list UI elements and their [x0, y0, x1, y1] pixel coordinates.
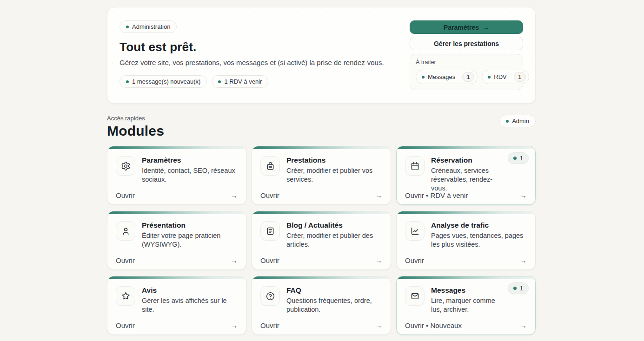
arrow-right-icon: → — [520, 256, 527, 264]
module-card-avis[interactable]: Avis Gérer les avis affichés sur le site… — [107, 276, 246, 335]
arrow-right-icon: → — [520, 191, 527, 199]
administration-badge: Administration — [120, 20, 177, 33]
status-dot-icon — [126, 26, 129, 28]
module-open-label[interactable]: Ouvrir — [116, 256, 135, 264]
upcoming-rdv-pill-label: 1 RDV à venir — [224, 78, 262, 85]
status-dot-icon — [513, 287, 517, 290]
module-title: Avis — [142, 286, 238, 295]
status-dot-icon — [218, 80, 221, 83]
arrow-right-icon: → — [483, 24, 489, 31]
gear-icon — [121, 161, 131, 171]
module-card-faq[interactable]: FAQ Questions fréquentes, ordre, publica… — [252, 276, 391, 335]
arrow-right-icon: → — [231, 256, 238, 264]
module-card-r-servation[interactable]: Réservation Créneaux, services réservabl… — [396, 146, 536, 205]
module-description: Pages vues, tendances, pages les plus vi… — [431, 231, 527, 249]
module-open-label[interactable]: Ouvrir — [260, 256, 279, 264]
module-open-label[interactable]: Ouvrir • Nouveaux — [405, 321, 462, 329]
a-traiter-label: À traiter — [416, 59, 517, 66]
page-subtitle: Gérez votre site, vos prestations, vos m… — [120, 59, 384, 66]
messages-count-value: 1 — [462, 72, 474, 82]
chart-icon — [410, 226, 420, 236]
admin-badge: Admin — [499, 115, 536, 127]
module-description: Éditer votre page praticien (WYSIWYG). — [142, 231, 238, 249]
module-title: FAQ — [286, 286, 382, 295]
module-card-messages[interactable]: Messages Lire, marquer comme lus, archiv… — [396, 276, 536, 335]
welcome-card: Administration Tout est prêt. Gérez votr… — [107, 7, 536, 104]
arrow-right-icon: → — [375, 321, 382, 329]
module-card-param-tres[interactable]: Paramètres Identité, contact, SEO, résea… — [107, 146, 246, 205]
module-description: Questions fréquentes, ordre, publication… — [286, 296, 382, 314]
module-title: Réservation — [431, 156, 500, 164]
rdv-count-label: RDV — [494, 73, 506, 80]
quick-actions: Paramètres → Gérer les prestations À tra… — [410, 20, 523, 90]
article-icon — [266, 226, 275, 236]
module-description: Gérer les avis affichés sur le site. — [142, 296, 238, 314]
status-dot-icon — [488, 76, 491, 79]
module-count-badge: 1 — [508, 282, 529, 294]
status-pills: 1 message(s) nouveau(x) 1 RDV à venir — [120, 75, 384, 88]
module-title: Messages — [431, 286, 500, 295]
arrow-right-icon: → — [231, 191, 238, 199]
messages-count-pill[interactable]: Messages 1 — [416, 70, 478, 84]
gerer-prestations-button[interactable]: Gérer les prestations — [410, 37, 523, 50]
calendar-icon — [410, 161, 420, 171]
module-card-blog-actualit-s[interactable]: Blog / Actualités Créer, modifier et pub… — [252, 211, 391, 270]
admin-badge-label: Admin — [512, 118, 529, 125]
modules-section-titles: Accès rapides Modules — [107, 115, 164, 139]
admin-dashboard: Administration Tout est prêt. Gérez votr… — [107, 7, 536, 335]
module-description: Créer, modifier et publier vos services. — [286, 166, 382, 184]
module-open-label[interactable]: Ouvrir — [116, 321, 135, 329]
module-title: Paramètres — [142, 156, 238, 164]
module-count-value: 1 — [520, 285, 523, 292]
arrow-right-icon: → — [520, 321, 527, 329]
module-card-analyse-de-trafic[interactable]: Analyse de trafic Pages vues, tendances,… — [396, 211, 536, 270]
module-open-label[interactable]: Ouvrir — [116, 191, 135, 199]
new-messages-pill: 1 message(s) nouveau(x) — [120, 75, 207, 88]
rdv-count-value: 1 — [514, 72, 526, 82]
parametres-button[interactable]: Paramètres → — [410, 20, 523, 34]
module-title: Blog / Actualités — [286, 221, 382, 230]
module-card-pr-sentation[interactable]: Présentation Éditer votre page praticien… — [107, 211, 246, 270]
module-count-badge: 1 — [508, 152, 529, 164]
modules-grid: Paramètres Identité, contact, SEO, résea… — [107, 146, 536, 335]
parametres-button-label: Paramètres — [444, 24, 479, 31]
help-icon — [266, 291, 275, 301]
arrow-right-icon: → — [375, 256, 382, 264]
arrow-right-icon: → — [375, 191, 382, 199]
module-open-label[interactable]: Ouvrir — [405, 256, 424, 264]
module-title: Analyse de trafic — [431, 221, 527, 230]
module-description: Créneaux, services réservables, rendez-v… — [431, 166, 500, 193]
arrow-right-icon: → — [231, 321, 238, 329]
status-dot-icon — [513, 157, 517, 160]
module-open-label[interactable]: Ouvrir • RDV à venir — [405, 191, 468, 199]
a-traiter-pills: Messages 1 RDV 1 — [416, 70, 517, 84]
module-title: Prestations — [286, 156, 382, 164]
module-card-prestations[interactable]: Prestations Créer, modifier et publier v… — [252, 146, 391, 205]
modules-section-header: Accès rapides Modules Admin — [107, 115, 536, 139]
module-open-label[interactable]: Ouvrir — [260, 191, 279, 199]
user-icon — [121, 226, 131, 236]
status-dot-icon — [422, 76, 425, 79]
messages-count-label: Messages — [428, 73, 455, 80]
gerer-prestations-button-label: Gérer les prestations — [434, 40, 499, 47]
a-traiter-panel: À traiter Messages 1 RDV 1 — [410, 54, 523, 90]
mail-icon — [410, 291, 420, 301]
status-dot-icon — [126, 80, 129, 83]
page-title: Tout est prêt. — [120, 40, 384, 54]
upcoming-rdv-pill: 1 RDV à venir — [212, 75, 268, 88]
modules-title: Modules — [107, 123, 164, 139]
acces-rapides-label: Accès rapides — [107, 115, 164, 122]
module-count-value: 1 — [520, 155, 523, 162]
module-title: Présentation — [142, 221, 238, 230]
welcome-left: Administration Tout est prêt. Gérez votr… — [120, 20, 384, 90]
module-description: Créer, modifier et publier des articles. — [286, 231, 382, 249]
rdv-count-pill[interactable]: RDV 1 — [482, 70, 529, 84]
module-description: Identité, contact, SEO, réseaux sociaux. — [142, 166, 238, 184]
module-open-label[interactable]: Ouvrir — [260, 321, 279, 329]
star-icon — [121, 291, 131, 301]
status-dot-icon — [506, 120, 509, 123]
administration-badge-label: Administration — [132, 23, 170, 30]
new-messages-pill-label: 1 message(s) nouveau(x) — [132, 78, 200, 85]
module-description: Lire, marquer comme lus, archiver. — [431, 296, 500, 314]
briefcase-icon — [266, 161, 275, 171]
